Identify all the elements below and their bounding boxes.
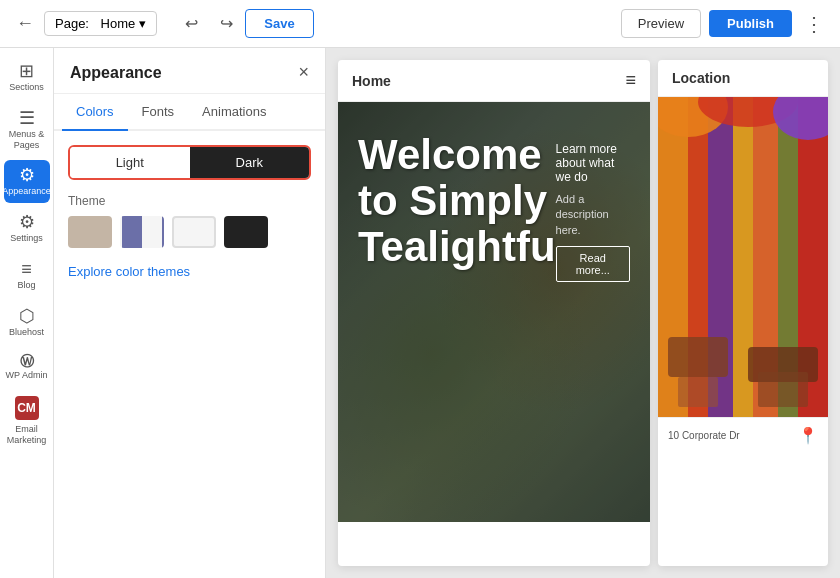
- hero-right: Learn more about what we do Add a descri…: [556, 122, 630, 502]
- hero-left: Welcome to Simply Tealightfu: [358, 122, 556, 502]
- email-marketing-icon: CM: [15, 396, 39, 420]
- topbar-right: Preview Publish ⋮: [621, 8, 828, 40]
- preview-button[interactable]: Preview: [621, 9, 701, 38]
- appearance-panel: Appearance × Colors Fonts Animations Lig…: [54, 48, 326, 578]
- hero-subtitle: Learn more about what we do: [556, 142, 630, 184]
- sidebar-item-menus-pages[interactable]: ☰ Menus & Pages: [4, 103, 50, 157]
- close-panel-button[interactable]: ×: [298, 62, 309, 83]
- location-panel: Location: [658, 60, 828, 566]
- blog-icon: ≡: [21, 260, 32, 278]
- menus-pages-icon: ☰: [19, 109, 35, 127]
- topbar-left: ← Page: Home ▾ ↩ ↪ Save: [12, 9, 314, 38]
- sidebar-item-label: Bluehost: [9, 327, 44, 338]
- panel-title: Appearance: [70, 64, 162, 82]
- sidebar-item-settings[interactable]: ⚙ Settings: [4, 207, 50, 250]
- wp-admin-icon: Ⓦ: [20, 354, 34, 368]
- hero-heading: Welcome to Simply Tealightfu: [358, 132, 556, 271]
- swatch-purple-white[interactable]: [120, 216, 164, 248]
- undo-redo-group: ↩ ↪: [171, 10, 239, 37]
- tab-colors[interactable]: Colors: [62, 94, 128, 131]
- location-image-svg: [658, 97, 828, 417]
- appearance-icon: ⚙: [19, 166, 35, 184]
- tab-fonts[interactable]: Fonts: [128, 94, 189, 131]
- swatch-dark[interactable]: [224, 216, 268, 248]
- sidebar-item-appearance[interactable]: ⚙ Appearance: [4, 160, 50, 203]
- sidebar-item-label: Settings: [10, 233, 43, 244]
- left-sidebar: ⊞ Sections ☰ Menus & Pages ⚙ Appearance …: [0, 48, 54, 578]
- chevron-down-icon: ▾: [139, 16, 146, 31]
- location-image: [658, 97, 828, 417]
- page-label: Page:: [55, 16, 89, 31]
- page-name: Home: [101, 16, 136, 31]
- location-pin-icon[interactable]: 📍: [798, 426, 818, 445]
- location-address-bar: 10 Corporate Dr 📍: [658, 417, 828, 453]
- explore-color-themes-link[interactable]: Explore color themes: [68, 264, 190, 279]
- main-layout: ⊞ Sections ☰ Menus & Pages ⚙ Appearance …: [0, 48, 840, 578]
- location-address-text: 10 Corporate Dr: [668, 430, 740, 441]
- save-button[interactable]: Save: [245, 9, 313, 38]
- svg-rect-13: [678, 377, 718, 407]
- sidebar-item-label: Menus & Pages: [6, 129, 48, 151]
- sidebar-item-sections[interactable]: ⊞ Sections: [4, 56, 50, 99]
- settings-icon: ⚙: [19, 213, 35, 231]
- swatch-white[interactable]: [172, 216, 216, 248]
- bluehost-icon: ⬡: [19, 307, 35, 325]
- redo-button[interactable]: ↪: [214, 10, 239, 37]
- svg-rect-11: [668, 337, 728, 377]
- preview-hero: Welcome to Simply Tealightfu Learn more …: [338, 102, 650, 522]
- theme-swatches: [68, 216, 311, 248]
- preview-page-title: Home: [352, 73, 391, 89]
- panel-header: Appearance ×: [54, 48, 325, 94]
- back-button[interactable]: ←: [12, 9, 38, 38]
- tab-animations[interactable]: Animations: [188, 94, 280, 131]
- dark-mode-button[interactable]: Dark: [190, 147, 310, 178]
- location-title: Location: [658, 60, 828, 97]
- hero-description: Add a description here.: [556, 192, 630, 238]
- home-preview-frame: Home ≡ Welcome to Simply Tealightfu Lear…: [338, 60, 650, 566]
- top-bar: ← Page: Home ▾ ↩ ↪ Save Preview Publish …: [0, 0, 840, 48]
- preview-topbar: Home ≡: [338, 60, 650, 102]
- svg-rect-14: [758, 372, 808, 407]
- sidebar-item-email-marketing[interactable]: CM Email Marketing: [4, 390, 50, 452]
- hero-content: Welcome to Simply Tealightfu Learn more …: [338, 102, 650, 522]
- sidebar-item-label: Email Marketing: [6, 424, 48, 446]
- panel-content: Light Dark Theme Explore color themes: [54, 131, 325, 294]
- sidebar-item-wp-admin[interactable]: Ⓦ WP Admin: [4, 348, 50, 387]
- hamburger-icon: ≡: [625, 70, 636, 91]
- page-selector[interactable]: Page: Home ▾: [44, 11, 157, 36]
- theme-label: Theme: [68, 194, 311, 208]
- sections-icon: ⊞: [19, 62, 34, 80]
- sidebar-item-label: Blog: [17, 280, 35, 291]
- content-area: Home ≡ Welcome to Simply Tealightfu Lear…: [326, 48, 840, 578]
- read-more-button[interactable]: Read more...: [556, 246, 630, 282]
- sidebar-item-label: WP Admin: [6, 370, 48, 381]
- light-mode-button[interactable]: Light: [70, 147, 190, 178]
- more-options-button[interactable]: ⋮: [800, 8, 828, 40]
- undo-button[interactable]: ↩: [179, 10, 204, 37]
- light-dark-toggle: Light Dark: [68, 145, 311, 180]
- sidebar-item-blog[interactable]: ≡ Blog: [4, 254, 50, 297]
- publish-button[interactable]: Publish: [709, 10, 792, 37]
- sidebar-item-label: Appearance: [2, 186, 51, 197]
- swatch-taupe[interactable]: [68, 216, 112, 248]
- panel-tabs: Colors Fonts Animations: [54, 94, 325, 131]
- sidebar-item-label: Sections: [9, 82, 44, 93]
- sidebar-item-bluehost[interactable]: ⬡ Bluehost: [4, 301, 50, 344]
